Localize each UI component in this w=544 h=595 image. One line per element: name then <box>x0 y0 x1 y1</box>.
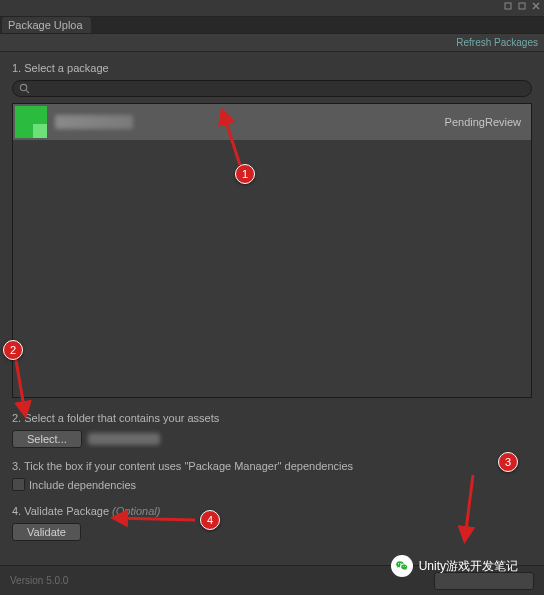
search-input[interactable] <box>34 83 525 95</box>
package-name-redacted <box>55 115 133 129</box>
annotation-arrow-4 <box>110 510 200 528</box>
tab-row: Package Uploa <box>0 17 544 34</box>
include-dependencies-label: Include dependencies <box>29 479 136 491</box>
close-icon[interactable] <box>531 1 541 11</box>
window-controls <box>503 0 541 11</box>
svg-line-7 <box>116 518 195 520</box>
watermark-text: Unity游戏开发笔记 <box>419 558 518 575</box>
package-icon <box>15 106 47 138</box>
main-content: 1. Select a package PendingReview 2. Sel… <box>0 52 544 541</box>
step3-label: 3. Tick the box if your content uses "Pa… <box>12 460 532 472</box>
svg-line-3 <box>26 90 29 93</box>
titlebar <box>0 0 544 17</box>
watermark: Unity游戏开发笔记 <box>391 555 518 577</box>
include-dependencies-row: Include dependencies <box>12 478 532 491</box>
package-list[interactable]: PendingReview <box>12 103 532 398</box>
package-status-badge: PendingReview <box>445 116 521 128</box>
dropdown-icon[interactable] <box>517 1 527 11</box>
annotation-badge-2: 2 <box>3 340 23 360</box>
validate-button[interactable]: Validate <box>12 523 81 541</box>
include-dependencies-checkbox[interactable] <box>12 478 25 491</box>
svg-rect-0 <box>505 3 511 9</box>
step1-label: 1. Select a package <box>12 62 532 74</box>
wechat-icon <box>391 555 413 577</box>
search-field-wrap[interactable] <box>12 80 532 97</box>
step4-label: 4. Validate Package (Optional) <box>12 505 532 517</box>
step2-controls: Select... <box>12 430 532 448</box>
annotation-badge-3: 3 <box>498 452 518 472</box>
annotation-badge-4: 4 <box>200 510 220 530</box>
dropdown-icon[interactable] <box>503 1 513 11</box>
svg-line-6 <box>465 475 473 538</box>
svg-line-4 <box>223 113 240 165</box>
annotation-arrow-2 <box>10 355 40 420</box>
annotation-arrow-3 <box>455 470 485 545</box>
version-label: Version 5.0.0 <box>10 575 68 586</box>
refresh-packages-link[interactable]: Refresh Packages <box>456 37 538 48</box>
annotation-badge-1: 1 <box>235 164 255 184</box>
search-icon <box>19 83 30 94</box>
select-folder-button[interactable]: Select... <box>12 430 82 448</box>
svg-point-2 <box>20 84 26 90</box>
svg-line-5 <box>16 360 25 413</box>
toolbar: Refresh Packages <box>0 34 544 52</box>
folder-path-redacted <box>88 433 160 445</box>
package-row[interactable]: PendingReview <box>13 104 531 140</box>
tab-package-upload[interactable]: Package Uploa <box>2 17 91 33</box>
step2-label: 2. Select a folder that contains your as… <box>12 412 532 424</box>
svg-rect-1 <box>519 3 525 9</box>
